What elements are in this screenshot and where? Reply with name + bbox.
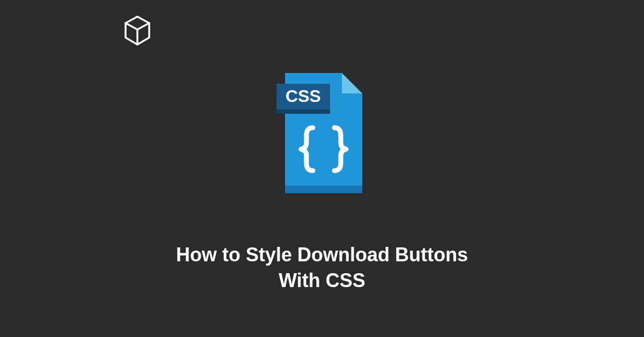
title-line-1: How to Style Download Buttons <box>0 242 644 268</box>
page-title: How to Style Download Buttons With CSS <box>0 242 644 294</box>
svg-rect-16 <box>285 186 362 192</box>
cube-logo-icon <box>123 15 151 48</box>
css-file-icon: CSS <box>271 69 373 197</box>
title-line-2: With CSS <box>0 268 644 294</box>
css-badge-label: CSS <box>286 86 321 106</box>
